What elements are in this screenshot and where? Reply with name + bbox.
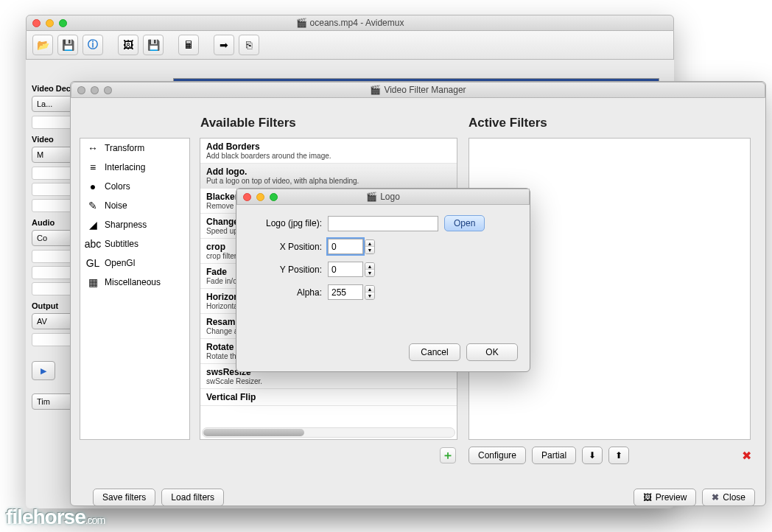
save2-button[interactable]: 💾 — [143, 35, 164, 55]
category-label: Miscellaneous — [105, 277, 161, 287]
watermark: filehorse.com — [0, 503, 110, 532]
arrow-up-icon: ⬆ — [615, 450, 622, 461]
clapper-icon: 🎬 — [296, 18, 307, 28]
dialog-titlebar[interactable]: 🎬Logo — [236, 189, 530, 205]
move-down-button[interactable]: ⬇ — [582, 447, 603, 464]
remove-icon: ✖ — [742, 449, 751, 463]
save-button[interactable]: 💾 — [57, 35, 78, 55]
category-label: Subtitles — [105, 239, 138, 249]
calc-button[interactable]: 🖩 — [178, 35, 199, 55]
info-button[interactable]: ⓘ — [83, 35, 103, 55]
category-label: Transform — [105, 143, 144, 153]
y-label: Y Position: — [250, 265, 322, 275]
category-icon: ▦ — [86, 276, 99, 288]
y-input[interactable] — [328, 262, 363, 277]
filter-desc: swScale Resizer. — [206, 377, 451, 385]
alpha-label: Alpha: — [250, 287, 322, 298]
category-icon: ≡ — [86, 161, 99, 173]
scroll-thumb[interactable] — [203, 429, 304, 436]
close-button[interactable]: ✖Close — [702, 489, 755, 506]
filter-item[interactable]: Add BordersAdd black boarders around the… — [200, 139, 457, 164]
category-colors[interactable]: ●Colors — [80, 177, 189, 196]
close-x-icon: ✖ — [712, 492, 719, 503]
chevron-down-icon[interactable]: ▼ — [365, 247, 374, 253]
configure-button[interactable]: Configure — [469, 447, 526, 464]
category-list: ↔Transform≡Interlacing●Colors✎Noise◢Shar… — [80, 138, 190, 440]
x-stepper[interactable]: ▲▼ — [365, 239, 375, 254]
chevron-down-icon[interactable]: ▼ — [365, 270, 374, 276]
move-up-button[interactable]: ⬆ — [608, 447, 629, 464]
scrollbar[interactable] — [202, 427, 455, 438]
file-input[interactable] — [328, 216, 438, 231]
process-button[interactable]: ➡ — [214, 35, 234, 55]
filter-desc: Put a logo on top of video, with alpha b… — [206, 177, 451, 185]
chevron-up-icon[interactable]: ▲ — [365, 286, 374, 293]
category-icon: ● — [86, 181, 99, 192]
partial-button[interactable]: Partial — [532, 447, 576, 464]
x-label: X Position: — [250, 242, 322, 252]
minimize-icon[interactable] — [46, 19, 54, 27]
zoom-icon[interactable] — [104, 86, 112, 94]
image-button[interactable]: 🖼 — [118, 35, 138, 55]
ok-button[interactable]: OK — [466, 343, 518, 361]
main-toolbar: 📂 💾 ⓘ 🖼 💾 🖩 ➡ ⎘ — [26, 31, 674, 60]
category-subtitles[interactable]: abcSubtitles — [80, 234, 189, 253]
clapper-icon: 🎬 — [370, 85, 381, 95]
play-button[interactable]: ▶ — [32, 361, 55, 380]
category-icon: ✎ — [86, 200, 99, 211]
main-title: oceans.mp4 - Avidemux — [310, 18, 404, 28]
category-icon: GL — [86, 257, 99, 269]
filter-titlebar[interactable]: 🎬Video Filter Manager — [71, 82, 765, 98]
remove-filter-button[interactable]: ✖ — [736, 447, 757, 464]
category-sharpness[interactable]: ◢Sharpness — [80, 215, 189, 234]
dialog-title: Logo — [380, 192, 400, 202]
y-stepper[interactable]: ▲▼ — [365, 262, 375, 277]
category-label: Noise — [105, 200, 127, 211]
open-button[interactable]: 📂 — [32, 35, 53, 55]
cancel-button[interactable]: Cancel — [409, 343, 460, 361]
play-icon: ▶ — [41, 366, 46, 376]
category-label: Sharpness — [105, 220, 147, 230]
category-icon: ↔ — [86, 142, 99, 154]
category-opengl[interactable]: GLOpenGl — [80, 253, 189, 273]
minimize-icon[interactable] — [91, 86, 99, 94]
category-label: Colors — [105, 181, 130, 192]
traffic-lights — [27, 16, 73, 30]
chevron-up-icon[interactable]: ▲ — [365, 263, 374, 270]
open-file-button[interactable]: Open — [444, 215, 485, 231]
zoom-icon[interactable] — [270, 193, 278, 201]
picture-icon: 🖼 — [643, 492, 652, 503]
add-filter-button[interactable]: ＋ — [440, 447, 456, 463]
logo-dialog: 🎬Logo Logo (jpg file): Open X Position: … — [236, 188, 530, 372]
filter-title: Add Borders — [206, 141, 451, 152]
filter-desc: Add black boarders around the image. — [206, 152, 451, 160]
plus-icon: ＋ — [442, 448, 454, 463]
alpha-input[interactable] — [328, 284, 363, 300]
category-label: Interlacing — [105, 162, 145, 172]
zoom-icon[interactable] — [59, 19, 67, 27]
minimize-icon[interactable] — [256, 193, 264, 201]
main-titlebar[interactable]: 🎬oceans.mp4 - Avidemux — [26, 15, 674, 31]
chevron-down-icon[interactable]: ▼ — [365, 293, 374, 299]
category-interlacing[interactable]: ≡Interlacing — [80, 158, 189, 177]
filter-title: Video Filter Manager — [384, 85, 466, 95]
export-button[interactable]: ⎘ — [239, 35, 259, 55]
close-icon[interactable] — [243, 193, 251, 201]
preview-button[interactable]: 🖼Preview — [634, 489, 697, 506]
filter-item[interactable]: Add logo.Put a logo on top of video, wit… — [200, 164, 457, 189]
traffic-lights — [71, 83, 118, 97]
category-noise[interactable]: ✎Noise — [80, 196, 189, 215]
x-input[interactable] — [328, 239, 363, 254]
close-icon[interactable] — [77, 86, 85, 94]
category-miscellaneous[interactable]: ▦Miscellaneous — [80, 273, 189, 292]
arrow-down-icon: ⬇ — [589, 450, 596, 461]
load-filters-button[interactable]: Load filters — [161, 489, 224, 506]
filter-title: Vertical Flip — [206, 392, 451, 402]
filter-title: Add logo. — [206, 167, 451, 177]
close-icon[interactable] — [32, 19, 41, 27]
category-transform[interactable]: ↔Transform — [80, 139, 189, 158]
file-label: Logo (jpg file): — [250, 218, 322, 228]
chevron-up-icon[interactable]: ▲ — [365, 240, 374, 247]
alpha-stepper[interactable]: ▲▼ — [365, 285, 375, 300]
filter-item[interactable]: Vertical Flip — [200, 389, 457, 406]
